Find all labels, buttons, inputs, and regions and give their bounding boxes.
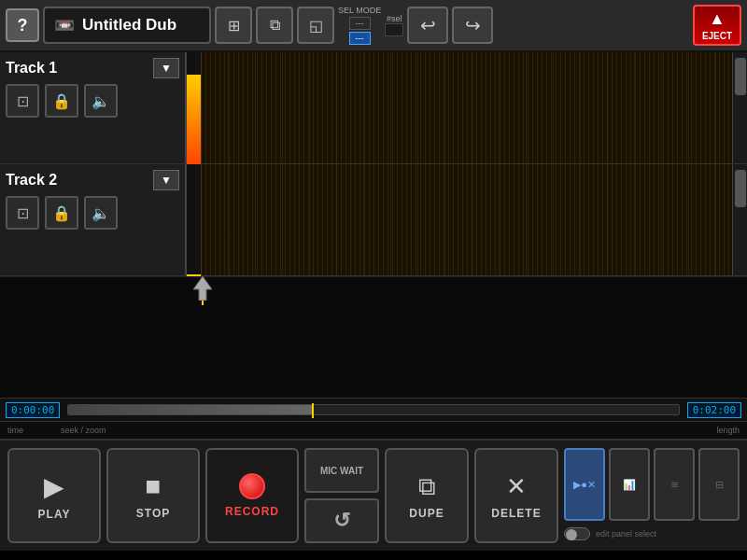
track-1-select-btn[interactable]: ⊡ bbox=[6, 84, 39, 118]
hash-sel-group: #sel bbox=[385, 14, 403, 36]
edit-button[interactable]: ◱ bbox=[297, 7, 334, 44]
time-label: time bbox=[7, 426, 23, 435]
redo-button[interactable]: ↪ bbox=[452, 7, 493, 44]
labels-row: time seek / zoom length bbox=[0, 422, 747, 439]
record-button[interactable]: RECORD bbox=[205, 448, 299, 543]
panel-icon-3: ≋ bbox=[670, 479, 679, 491]
track-1-waveform bbox=[202, 52, 732, 163]
eject-label: EJECT bbox=[702, 31, 732, 41]
track-2-controls: Track 2 ▼ ⊡ 🔒 🔈 bbox=[0, 164, 187, 275]
project-name: Untitled Dub bbox=[82, 16, 176, 35]
play-label: PLAY bbox=[38, 508, 71, 521]
length-label: length bbox=[716, 426, 740, 435]
track-2-header: Track 2 ▼ bbox=[6, 170, 179, 190]
time-display: 0:00:00 bbox=[6, 402, 60, 418]
group-icon: ⊞ bbox=[228, 17, 240, 35]
eject-icon: ▲ bbox=[709, 9, 726, 29]
mute-icon: 🔈 bbox=[92, 204, 110, 222]
sel-mode-top-btn[interactable]: --- bbox=[349, 17, 371, 30]
hash-sel-value bbox=[385, 23, 403, 36]
lock-icon: 🔒 bbox=[52, 204, 71, 222]
track-1-header: Track 1 ▼ bbox=[6, 58, 179, 78]
track-row: Track 2 ▼ ⊡ 🔒 🔈 bbox=[0, 164, 747, 276]
edit-panel-toggle[interactable] bbox=[564, 527, 590, 540]
track-row: Track 1 ▼ ⊡ 🔒 🔈 bbox=[0, 52, 747, 164]
track-2-dropdown[interactable]: ▼ bbox=[153, 170, 179, 190]
bottom-controls: ▶ PLAY ■ STOP RECORD MIC WAIT ↺ ⧉ DUPE ✕… bbox=[0, 439, 747, 551]
stop-button[interactable]: ■ STOP bbox=[106, 448, 200, 543]
copy-icon: ⧉ bbox=[270, 17, 280, 34]
panel-btn-1[interactable]: ▶●✕ bbox=[564, 448, 605, 521]
track-2-waveform bbox=[202, 164, 732, 275]
dupe-label: DUPE bbox=[409, 507, 444, 520]
seek-label: seek / zoom bbox=[61, 426, 106, 435]
track-2-scrollbar[interactable] bbox=[732, 164, 747, 275]
track-1-dropdown[interactable]: ▼ bbox=[153, 58, 179, 78]
seek-marker bbox=[312, 403, 314, 418]
help-button[interactable]: ? bbox=[6, 8, 39, 42]
mute-icon: 🔈 bbox=[92, 92, 110, 110]
play-button[interactable]: ▶ PLAY bbox=[7, 448, 101, 543]
track-1-buttons: ⊡ 🔒 🔈 bbox=[6, 84, 179, 118]
group-button[interactable]: ⊞ bbox=[215, 7, 252, 44]
loop-icon: ↺ bbox=[333, 509, 350, 533]
sel-mode-label: SEL MODE bbox=[338, 6, 381, 15]
edit-panel-label: edit panel select bbox=[596, 529, 656, 539]
seek-fill bbox=[68, 405, 312, 414]
delete-label: DELETE bbox=[491, 507, 541, 520]
panel-buttons: ▶●✕ 📊 ≋ ⊟ bbox=[564, 448, 740, 521]
pencil-icon: ◱ bbox=[309, 17, 323, 35]
track-1-lock-btn[interactable]: 🔒 bbox=[45, 84, 78, 118]
play-icon: ▶ bbox=[44, 471, 64, 502]
track-1-volume-meter bbox=[187, 52, 202, 164]
record-label: RECORD bbox=[225, 505, 279, 518]
dupe-icon: ⧉ bbox=[418, 472, 436, 501]
delete-icon: ✕ bbox=[506, 472, 527, 501]
mid-buttons: MIC WAIT ↺ bbox=[304, 448, 379, 543]
tape-icon: 📼 bbox=[54, 15, 75, 35]
record-dot bbox=[239, 473, 265, 499]
track-2-name: Track 2 bbox=[6, 172, 148, 189]
right-panel: ▶●✕ 📊 ≋ ⊟ edit panel select bbox=[564, 448, 740, 543]
track-1-timeline[interactable] bbox=[202, 52, 732, 163]
mic-wait-button[interactable]: MIC WAIT bbox=[304, 448, 379, 493]
track-1-name: Track 1 bbox=[6, 60, 148, 77]
track-1-volume-fill bbox=[187, 75, 201, 164]
hash-sel-label: #sel bbox=[387, 14, 402, 23]
length-display: 0:02:00 bbox=[687, 402, 741, 418]
svg-marker-0 bbox=[193, 276, 212, 301]
panel-btn-4[interactable]: ⊟ bbox=[698, 448, 740, 521]
delete-button[interactable]: ✕ DELETE bbox=[474, 448, 558, 543]
seek-bar[interactable] bbox=[67, 404, 679, 415]
track-2-volume-meter bbox=[187, 164, 202, 276]
loop-button[interactable]: ↺ bbox=[304, 498, 379, 543]
track-2-select-btn[interactable]: ⊡ bbox=[6, 196, 39, 230]
panel-icon-4: ⊟ bbox=[715, 479, 724, 491]
playhead-handle[interactable] bbox=[193, 276, 212, 304]
track-2-mute-btn[interactable]: 🔈 bbox=[84, 196, 118, 230]
track-1-mute-btn[interactable]: 🔈 bbox=[84, 84, 118, 118]
panel-btn-2[interactable]: 📊 bbox=[609, 448, 650, 521]
eject-button[interactable]: ▲ EJECT bbox=[693, 5, 741, 46]
project-title: 📼 Untitled Dub bbox=[43, 7, 211, 44]
panel-btn-3[interactable]: ≋ bbox=[654, 448, 695, 521]
track-2-lock-btn[interactable]: 🔒 bbox=[45, 196, 78, 230]
track-2-timeline[interactable] bbox=[202, 164, 732, 275]
sel-mode-bottom-btn[interactable]: --- bbox=[349, 32, 371, 45]
track-2-scrollbar-thumb[interactable] bbox=[735, 170, 746, 207]
undo-button[interactable]: ↩ bbox=[407, 7, 448, 44]
track-1-scrollbar[interactable] bbox=[732, 52, 747, 163]
stop-label: STOP bbox=[136, 507, 170, 520]
dupe-button[interactable]: ⧉ DUPE bbox=[385, 448, 469, 543]
toggle-knob bbox=[566, 529, 577, 540]
track-2-buttons: ⊡ 🔒 🔈 bbox=[6, 196, 179, 230]
sel-mode-group: SEL MODE --- --- bbox=[338, 6, 381, 45]
transport-bar: 0:00:00 0:02:00 bbox=[0, 398, 747, 422]
track-1-controls: Track 1 ▼ ⊡ 🔒 🔈 bbox=[0, 52, 187, 163]
stop-icon: ■ bbox=[146, 471, 162, 501]
lock-icon: 🔒 bbox=[52, 92, 71, 110]
undo-icon: ↩ bbox=[420, 14, 436, 36]
copy-button[interactable]: ⧉ bbox=[256, 7, 293, 44]
track-1-scrollbar-thumb[interactable] bbox=[735, 58, 746, 95]
select-icon: ⊡ bbox=[17, 92, 29, 110]
